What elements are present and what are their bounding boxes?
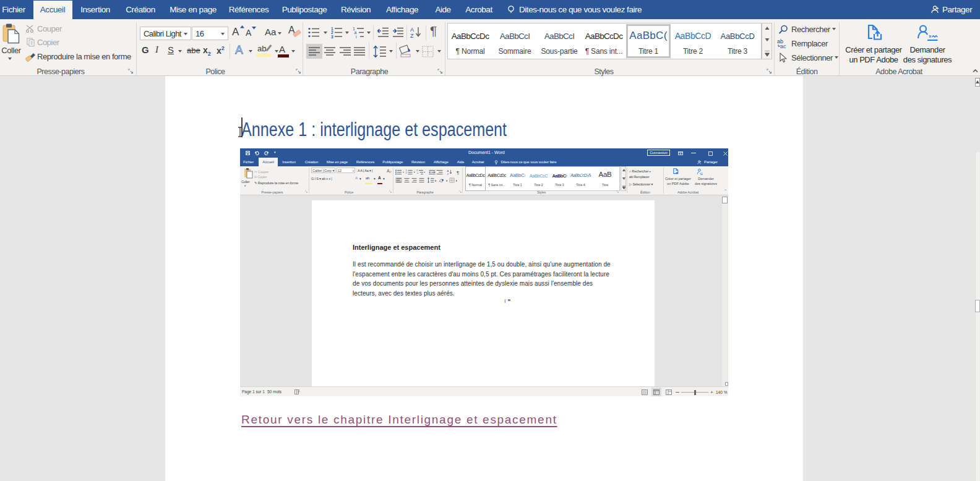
svg-text:ac: ac xyxy=(780,43,786,49)
svg-text:a: a xyxy=(417,172,419,174)
svg-text:Z: Z xyxy=(447,172,449,175)
svg-text:¶: ¶ xyxy=(457,170,459,176)
svg-text:A: A xyxy=(410,27,414,33)
svg-text:2: 2 xyxy=(406,172,407,174)
svg-text:Z: Z xyxy=(410,33,414,38)
svg-text:3: 3 xyxy=(331,35,333,39)
svg-text:i: i xyxy=(356,35,357,39)
